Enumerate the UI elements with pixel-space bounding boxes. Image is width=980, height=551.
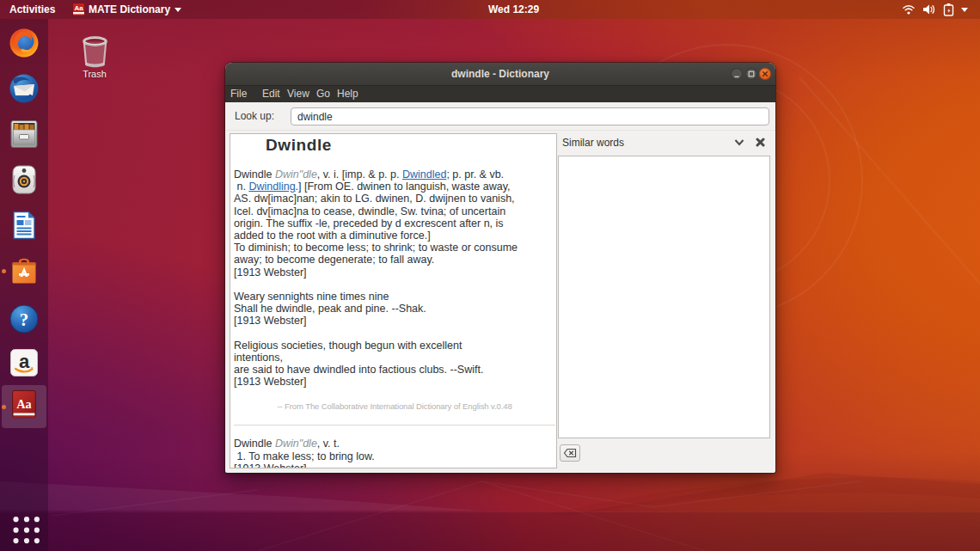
svg-text:a: a (19, 351, 30, 372)
svg-text:?: ? (20, 309, 29, 330)
svg-text:Aa: Aa (74, 4, 83, 12)
svg-text:Aa: Aa (16, 397, 31, 411)
